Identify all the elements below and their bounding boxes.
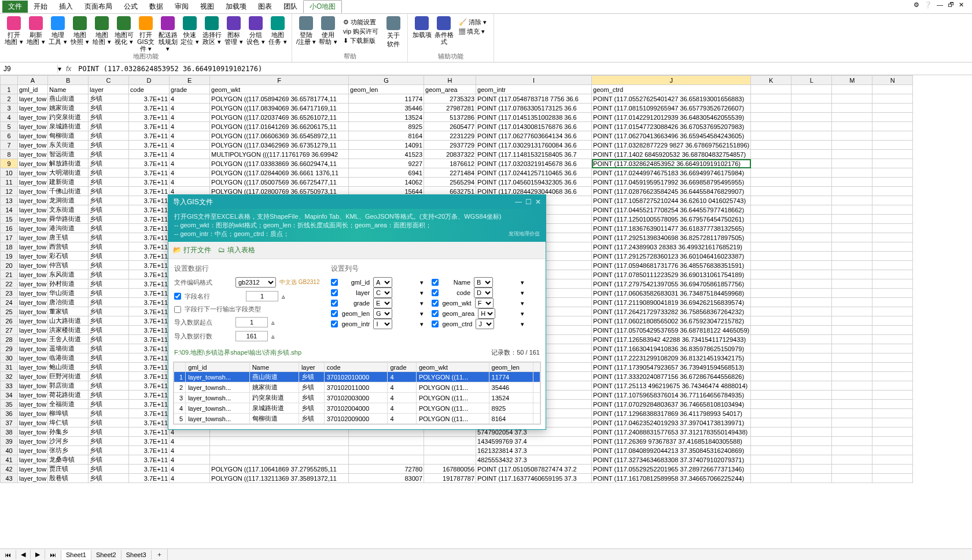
- preview-cell[interactable]: layer_townsh...: [186, 403, 250, 414]
- ribbon-图标[interactable]: 图标管理 ▾: [223, 15, 244, 52]
- preview-cell[interactable]: POLYGON ((11...: [416, 382, 489, 393]
- cell[interactable]: 4825553432 37.3: [476, 455, 592, 465]
- preview-cell[interactable]: 370102003000: [324, 393, 388, 403]
- cell[interactable]: [791, 381, 832, 390]
- preview-table-wrap[interactable]: gml_idNamelayercodegradegeom_wktgeom_len…: [173, 362, 541, 425]
- cell[interactable]: 3.7E+11: [129, 372, 170, 381]
- cell[interactable]: [872, 261, 913, 270]
- cell[interactable]: POINT (117.12968388317869 36.411798993 5…: [592, 409, 751, 418]
- cell[interactable]: [751, 289, 791, 298]
- cell[interactable]: 4: [170, 168, 210, 178]
- row-header[interactable]: 26: [1, 316, 18, 326]
- cell[interactable]: 3.7E+11: [129, 168, 170, 178]
- cell[interactable]: [872, 215, 913, 224]
- cell[interactable]: 遥墙街道: [48, 344, 89, 353]
- cell[interactable]: 1621323814 37.3: [476, 446, 592, 455]
- cell[interactable]: [791, 104, 832, 113]
- nav-prev[interactable]: ◀: [16, 550, 31, 559]
- cell[interactable]: 龙洞街道: [48, 196, 89, 205]
- cell[interactable]: [832, 465, 872, 474]
- cell[interactable]: 乡镇: [89, 353, 129, 363]
- cell[interactable]: POINT (117.10587275210244 36.62610 04160…: [592, 196, 751, 205]
- cell[interactable]: layer_tow: [18, 344, 48, 353]
- cell[interactable]: 2565294: [424, 178, 476, 187]
- cell[interactable]: [210, 455, 349, 465]
- cell[interactable]: [832, 335, 872, 344]
- cell[interactable]: 3.7E+11: [129, 437, 170, 446]
- cell[interactable]: 千佛山街道: [48, 187, 89, 196]
- cell[interactable]: [791, 474, 832, 483]
- col-checkbox[interactable]: [331, 310, 338, 317]
- cell[interactable]: [751, 215, 791, 224]
- cell[interactable]: 3.7E+11: [129, 279, 170, 289]
- cell[interactable]: layer_tow: [18, 437, 48, 446]
- cell[interactable]: POINT (117.04623524019293 37.39704173813…: [592, 418, 751, 428]
- cell[interactable]: [872, 363, 913, 372]
- cell[interactable]: POINT (117.17390547923657 36.73949159456…: [592, 363, 751, 372]
- preview-col[interactable]: layer: [299, 363, 324, 372]
- cell[interactable]: 乡镇: [89, 270, 129, 279]
- cell[interactable]: layer_tow: [18, 233, 48, 242]
- cell[interactable]: layer_tow: [18, 224, 48, 233]
- cell[interactable]: 5137286: [424, 113, 476, 122]
- preview-cell[interactable]: 5: [174, 414, 186, 424]
- row-header[interactable]: 16: [1, 224, 18, 233]
- cell[interactable]: [872, 428, 913, 437]
- cell[interactable]: [791, 85, 832, 94]
- cell[interactable]: [349, 455, 424, 465]
- preview-cell[interactable]: 4: [174, 403, 186, 414]
- cell[interactable]: 6941: [349, 168, 424, 178]
- preview-cell[interactable]: 泉城路街道: [249, 403, 299, 414]
- row-header[interactable]: 32: [1, 372, 18, 381]
- cell[interactable]: [791, 446, 832, 455]
- cell[interactable]: [751, 261, 791, 270]
- cell[interactable]: [791, 187, 832, 196]
- cell[interactable]: 4: [170, 94, 210, 104]
- cell[interactable]: 4: [170, 131, 210, 141]
- cell[interactable]: layer_tow: [18, 409, 48, 418]
- cell[interactable]: 龙桑寺镇: [48, 455, 89, 465]
- cell[interactable]: [791, 298, 832, 307]
- col-checkbox[interactable]: [331, 300, 338, 307]
- cell[interactable]: [751, 363, 791, 372]
- data-start-spin[interactable]: [235, 317, 268, 327]
- row-header[interactable]: 2: [1, 94, 18, 104]
- row-header[interactable]: 40: [1, 446, 18, 455]
- cell[interactable]: 3.7E+11: [129, 187, 170, 196]
- cell[interactable]: [872, 289, 913, 298]
- cell[interactable]: [791, 270, 832, 279]
- nav-next[interactable]: ▶: [31, 550, 45, 559]
- cell[interactable]: [424, 455, 476, 465]
- cell[interactable]: 9227: [349, 159, 424, 168]
- cell[interactable]: 姚家街道: [48, 104, 89, 113]
- cell[interactable]: [832, 187, 872, 196]
- cell[interactable]: 趵突泉街道: [48, 113, 89, 122]
- cell[interactable]: [872, 94, 913, 104]
- cell[interactable]: POINT (117.07850111223529 36.69013106175…: [592, 270, 751, 279]
- row-header[interactable]: 14: [1, 205, 18, 215]
- cell[interactable]: [791, 178, 832, 187]
- col-header[interactable]: H: [424, 76, 476, 85]
- cell[interactable]: 鲍山街道: [48, 363, 89, 372]
- cell[interactable]: POINT (117.11481532158405 36.7: [476, 150, 592, 159]
- open-file-button[interactable]: 📂 打开文件: [173, 245, 211, 255]
- ribbon-地图[interactable]: 地图快照 ▾: [69, 15, 90, 52]
- preview-table[interactable]: gml_idNamelayercodegradegeom_wktgeom_len…: [174, 362, 540, 424]
- cell[interactable]: [791, 233, 832, 242]
- cell[interactable]: POLYGON ((117.01641269 36.66206175,11: [210, 122, 349, 131]
- ribbon-line[interactable]: ⬇ 下载新版: [343, 36, 378, 45]
- cell[interactable]: [751, 224, 791, 233]
- field-row-checkbox[interactable]: [174, 293, 181, 300]
- cell[interactable]: [832, 316, 872, 326]
- row-header[interactable]: 12: [1, 187, 18, 196]
- cell[interactable]: 洪家楼街道: [48, 326, 89, 335]
- cell[interactable]: 3.7E+11: [129, 289, 170, 298]
- cell[interactable]: [751, 437, 791, 446]
- col-dropdown[interactable]: ▾: [396, 310, 424, 318]
- cell[interactable]: 4: [170, 141, 210, 150]
- cell[interactable]: 3.7E+11: [129, 159, 170, 168]
- cell[interactable]: POINT (117.26421729733282 36.75856836726…: [592, 307, 751, 316]
- cell[interactable]: layer_tow: [18, 326, 48, 335]
- cell[interactable]: layer_tow: [18, 141, 48, 150]
- cell[interactable]: [791, 159, 832, 168]
